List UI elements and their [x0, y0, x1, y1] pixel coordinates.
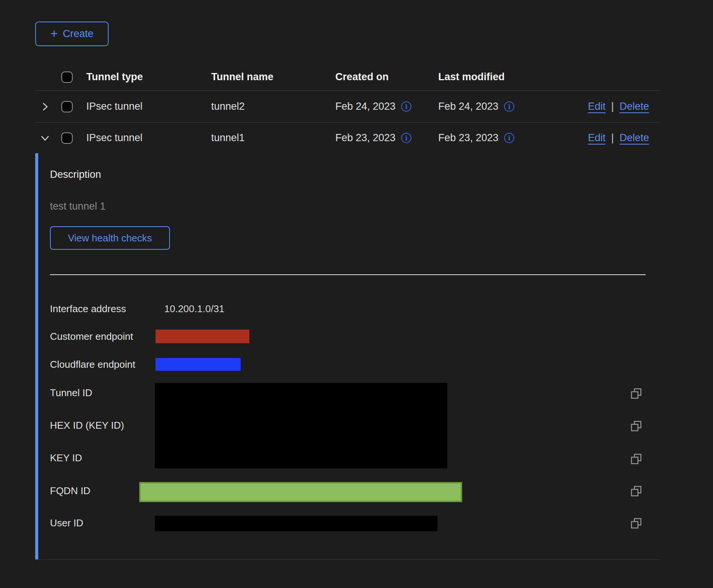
tunnel-ids-redacted-value: [155, 383, 447, 468]
copy-key-id-button[interactable]: [630, 453, 643, 465]
copy-tunnel-id-button[interactable]: [630, 387, 643, 400]
tunnels-page: + Create Tunnel type Tunnel name Created…: [0, 0, 713, 588]
copy-icon: [630, 517, 643, 530]
customer-endpoint-redacted-value: [156, 330, 249, 343]
info-icon[interactable]: [401, 133, 411, 143]
header-tunnel-name: Tunnel name: [211, 71, 335, 83]
delete-link[interactable]: Delete: [620, 101, 649, 112]
copy-icon: [630, 453, 643, 465]
delete-link[interactable]: Delete: [620, 132, 649, 144]
copy-icon: [630, 420, 643, 432]
user-id-label: User ID: [50, 517, 83, 529]
row-expander-collapsed[interactable]: [37, 99, 53, 114]
header-created-on: Created on: [335, 71, 438, 83]
tunnel-name-value: tunnel2: [211, 101, 335, 112]
fqdn-id-redacted-value: [139, 482, 462, 502]
edit-link[interactable]: Edit: [588, 132, 606, 144]
customer-endpoint-label: Customer endpoint: [50, 330, 133, 342]
user-id-redacted-value: [155, 516, 437, 531]
last-modified-value: Feb 24, 2023: [438, 101, 498, 112]
chevron-down-icon: [40, 133, 50, 143]
description-value: test tunnel 1: [50, 200, 106, 212]
key-id-label: KEY ID: [50, 452, 82, 464]
interface-address-label: Interface address: [50, 303, 126, 315]
table-row-tunnel1: IPsec tunnel tunnel1 Feb 23, 2023 Feb 23…: [35, 123, 660, 153]
edit-link[interactable]: Edit: [588, 101, 606, 112]
section-divider: [50, 274, 646, 275]
row-expander-expanded[interactable]: [37, 131, 53, 146]
copy-user-id-button[interactable]: [630, 517, 643, 530]
actions-separator: |: [611, 132, 614, 144]
cloudflare-endpoint-label: Cloudflare endpoint: [50, 358, 135, 370]
table-row-tunnel2: IPsec tunnel tunnel2 Feb 24, 2023 Feb 24…: [35, 91, 660, 123]
hex-id-label: HEX ID (KEY ID): [50, 419, 124, 431]
created-on-value: Feb 24, 2023: [335, 101, 395, 112]
interface-address-value: 10.200.1.0/31: [164, 303, 224, 315]
view-health-checks-button[interactable]: View health checks: [50, 226, 170, 250]
plus-icon: +: [50, 27, 58, 40]
tunnel-name-value: tunnel1: [211, 132, 335, 144]
tunnel-type-value: IPsec tunnel: [86, 101, 211, 112]
chevron-right-icon: [40, 102, 50, 112]
header-tunnel-type: Tunnel type: [86, 71, 211, 83]
tunnel-id-label: Tunnel ID: [50, 387, 92, 399]
info-icon[interactable]: [504, 133, 514, 143]
info-icon[interactable]: [504, 101, 514, 112]
row-checkbox[interactable]: [61, 101, 73, 112]
header-last-modified: Last modified: [438, 71, 548, 83]
create-button[interactable]: + Create: [35, 22, 109, 46]
fqdn-id-label: FQDN ID: [50, 485, 90, 497]
tunnel-type-value: IPsec tunnel: [86, 132, 211, 144]
tunnel-detail-panel: Description test tunnel 1 View health ch…: [35, 153, 660, 560]
create-button-label: Create: [63, 28, 93, 40]
last-modified-value: Feb 23, 2023: [438, 132, 498, 144]
table-header-row: Tunnel type Tunnel name Created on Last …: [35, 64, 660, 91]
row-checkbox[interactable]: [61, 132, 73, 144]
created-on-value: Feb 23, 2023: [335, 132, 395, 144]
tunnels-table: Tunnel type Tunnel name Created on Last …: [35, 64, 660, 560]
copy-icon: [630, 387, 643, 400]
description-label: Description: [50, 168, 101, 180]
cloudflare-endpoint-redacted-value: [156, 358, 241, 371]
copy-fqdn-id-button[interactable]: [630, 485, 643, 498]
select-all-checkbox[interactable]: [61, 72, 73, 83]
actions-separator: |: [611, 101, 614, 112]
copy-hex-id-button[interactable]: [630, 420, 643, 432]
copy-icon: [630, 485, 643, 498]
info-icon[interactable]: [401, 101, 411, 112]
